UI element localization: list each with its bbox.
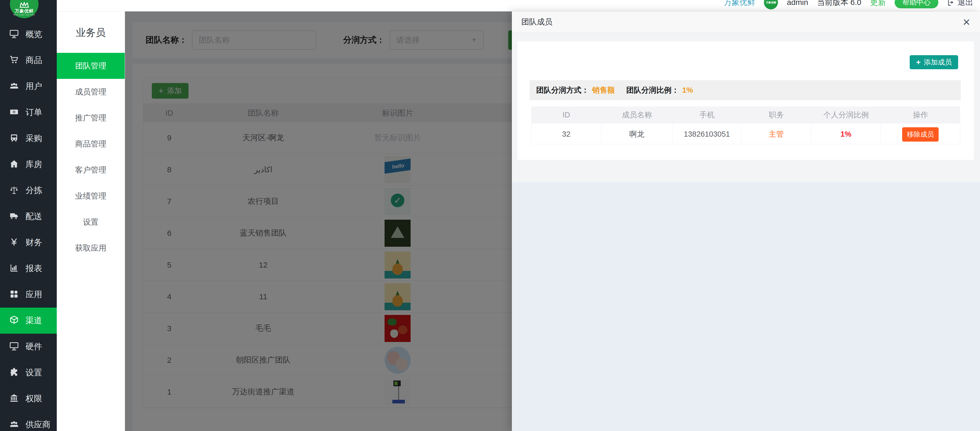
submenu-item-推广管理[interactable]: 推广管理	[57, 105, 125, 131]
topbar-right-cluster: 万象优鲜 万象优鲜 admin 当前版本 6.0 更新 帮助中心 退出	[724, 0, 973, 11]
sidebar-item-label: 库房	[25, 159, 42, 170]
members-column-header: 手机	[673, 110, 741, 120]
drawer-body: + 添加成员 团队分润方式： 销售额 团队分润比例： 1% ID成员名称手机职务…	[512, 33, 980, 431]
main-sidebar: 万象优鲜 WAN XIANG YOU XIAN 概览商品用户订单采购库房分拣配送…	[0, 0, 57, 431]
truck-icon	[10, 212, 19, 222]
admin-username: admin	[787, 0, 808, 7]
sidebar-item-报表[interactable]: 报表	[0, 256, 57, 282]
add-member-label: 添加成员	[924, 57, 952, 67]
members-table: ID成员名称手机职务个人分润比例操作 32啊龙13826103051主管1%移除…	[531, 107, 960, 144]
logo-name-cn: 万象优鲜	[15, 8, 33, 14]
app-logo: 万象优鲜 WAN XIANG YOU XIAN	[10, 0, 38, 18]
members-column-header: ID	[531, 111, 601, 119]
members-table-header: ID成员名称手机职务个人分润比例操作	[531, 107, 960, 123]
drawer-header: 团队成员 ×	[512, 11, 980, 33]
team-profit-mode-label: 团队分润方式：	[536, 85, 589, 95]
member-name-cell: 啊龙	[601, 123, 673, 144]
sidebar-item-硬件[interactable]: 硬件	[0, 334, 57, 360]
sidebar-item-订单[interactable]: 订单	[0, 99, 57, 126]
members-column-header: 职务	[741, 110, 811, 120]
member-role-cell: 主管	[741, 123, 811, 144]
help-center-button[interactable]: 帮助中心	[895, 0, 938, 8]
sidebar-item-供应商[interactable]: 供应商	[0, 412, 57, 431]
sidebar-item-商品[interactable]: 商品	[0, 48, 57, 73]
close-icon[interactable]: ×	[963, 16, 970, 29]
bill-icon	[10, 107, 19, 118]
sidebar-item-label: 供应商	[25, 419, 51, 431]
sidebar-item-分拣[interactable]: 分拣	[0, 178, 57, 204]
brand-link[interactable]: 万象优鲜	[724, 0, 755, 8]
profit-info-bar: 团队分润方式： 销售额 团队分润比例： 1%	[530, 80, 961, 100]
submenu-item-商品管理[interactable]: 商品管理	[57, 131, 125, 157]
monitor-icon	[10, 29, 19, 40]
sidebar-item-配送[interactable]: 配送	[0, 204, 57, 229]
team-members-drawer: 团队成员 × + 添加成员 团队分润方式： 销售额 团队分润比例： 1% ID成…	[512, 11, 980, 431]
sidebar-item-渠道[interactable]: 渠道	[0, 308, 57, 334]
sidebar-item-采购[interactable]: 采购	[0, 126, 57, 151]
members-column-header: 个人分润比例	[811, 110, 881, 120]
sidebar-item-label: 用户	[25, 81, 42, 92]
drawer-title: 团队成员	[521, 17, 552, 27]
sidebar-item-设置[interactable]: 设置	[0, 360, 57, 386]
add-member-button[interactable]: + 添加成员	[910, 55, 958, 69]
cube-icon	[10, 315, 19, 326]
chart-icon	[10, 263, 19, 274]
sidebar-item-label: 订单	[25, 107, 42, 118]
avatar: 万象优鲜	[764, 0, 778, 10]
topbar: 万象优鲜 万象优鲜 admin 当前版本 6.0 更新 帮助中心 退出	[57, 0, 980, 11]
sidebar-nav: 概览商品用户订单采购库房分拣配送财务报表应用渠道硬件设置权限供应商	[0, 21, 57, 431]
sidebar-item-label: 设置	[25, 367, 42, 379]
members-column-header: 操作	[881, 110, 960, 120]
plus-icon: +	[916, 58, 921, 66]
logo-name-en: WAN XIANG YOU XIAN	[14, 14, 35, 16]
remove-member-button[interactable]: 移除成员	[902, 127, 939, 142]
logout-button[interactable]: 退出	[947, 0, 973, 8]
sidebar-item-label: 商品	[25, 55, 42, 66]
sidebar-item-label: 权限	[25, 393, 42, 404]
member-phone-cell: 13826103051	[673, 123, 741, 144]
members-card: + 添加成员 团队分润方式： 销售额 团队分润比例： 1% ID成员名称手机职务…	[517, 41, 974, 160]
version-label: 当前版本 6.0	[817, 0, 861, 8]
submenu-item-业绩管理[interactable]: 业绩管理	[57, 183, 125, 209]
puzzle-icon	[10, 367, 19, 378]
submenu-item-设置[interactable]: 设置	[57, 209, 125, 235]
team-profit-ratio-value: 1%	[682, 86, 693, 94]
yen-icon	[10, 237, 19, 248]
bus-icon	[10, 133, 19, 144]
home-icon	[10, 159, 19, 170]
cart-icon	[10, 55, 19, 65]
sidebar-item-label: 报表	[25, 263, 42, 274]
drawer-lower-background	[512, 183, 980, 431]
submenu-item-团队管理[interactable]: 团队管理	[57, 53, 125, 79]
sidebar-item-label: 硬件	[25, 341, 42, 352]
member-id-cell: 32	[531, 123, 601, 144]
submenu-sidebar: 业务员 团队管理成员管理推广管理商品管理客户管理业绩管理设置获取应用	[57, 11, 125, 431]
users-icon	[10, 420, 19, 430]
monitor-icon	[10, 342, 19, 352]
sidebar-item-label: 概览	[25, 29, 42, 40]
members-table-body: 32啊龙13826103051主管1%移除成员	[531, 123, 960, 144]
submenu-item-获取应用[interactable]: 获取应用	[57, 235, 125, 261]
member-action-cell: 移除成员	[881, 123, 960, 144]
submenu-item-成员管理[interactable]: 成员管理	[57, 79, 125, 105]
logout-icon	[947, 0, 955, 6]
sidebar-item-用户[interactable]: 用户	[0, 73, 57, 99]
sidebar-item-label: 采购	[25, 133, 42, 144]
team-profit-ratio-label: 团队分润比例：	[626, 85, 679, 95]
team-profit-mode-value: 销售额	[592, 85, 615, 95]
scale-icon	[10, 185, 19, 196]
member-row: 32啊龙13826103051主管1%移除成员	[531, 123, 960, 144]
sidebar-item-概览[interactable]: 概览	[0, 21, 57, 48]
submenu-item-客户管理[interactable]: 客户管理	[57, 157, 125, 183]
sidebar-item-应用[interactable]: 应用	[0, 282, 57, 308]
users-icon	[10, 81, 19, 92]
update-link[interactable]: 更新	[870, 0, 886, 8]
sidebar-item-label: 配送	[25, 211, 42, 222]
submenu-title: 业务员	[57, 26, 125, 39]
sidebar-item-权限[interactable]: 权限	[0, 386, 57, 412]
submenu-list: 团队管理成员管理推广管理商品管理客户管理业绩管理设置获取应用	[57, 53, 125, 261]
sidebar-item-库房[interactable]: 库房	[0, 151, 57, 178]
sidebar-item-label: 分拣	[25, 185, 42, 196]
app-root: 万象优鲜 WAN XIANG YOU XIAN 概览商品用户订单采购库房分拣配送…	[0, 0, 980, 431]
sidebar-item-财务[interactable]: 财务	[0, 229, 57, 256]
